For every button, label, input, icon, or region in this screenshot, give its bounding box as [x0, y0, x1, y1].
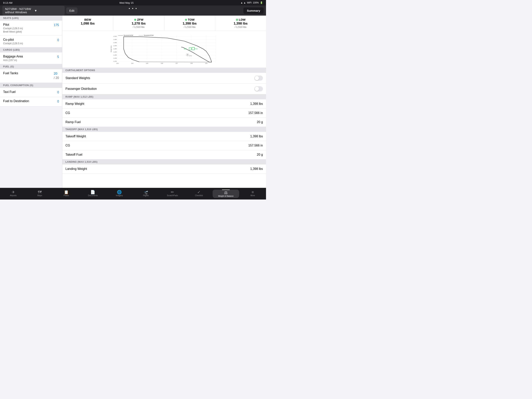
wb-chart-svg: 1,520 1,480 1,440 1,400 1,360 1,320 1,28… — [65, 33, 263, 64]
pilot-row[interactable]: Pilot Cockpit (128.5 in) Brett West (pil… — [0, 21, 62, 36]
active-indicator — [222, 190, 230, 190]
ldw-icon: ⊞ — [236, 18, 238, 21]
fuel-tanks-value: 20 / 20 — [54, 71, 59, 80]
seats-section-header: SEATS (LBS) — [0, 16, 62, 21]
svg-text:155: 155 — [146, 63, 148, 64]
takeoff-fuel-label: Takeoff Fuel — [65, 153, 82, 156]
dropdown-chevron-icon: ▼ — [34, 9, 62, 12]
baggage-label: Baggage Area — [3, 55, 57, 58]
pilot-value: 175 — [54, 23, 59, 27]
status-date: Wed May 15 — [119, 1, 133, 4]
ldw-label: ⊞ LDW — [218, 18, 263, 21]
ramp-cg-row: CG 157.566 in — [62, 109, 266, 118]
maps-label: Maps — [37, 194, 42, 197]
ramp-weight-row: Ramp Weight 1,398 lbs — [62, 99, 266, 109]
main-content: SEATS (LBS) Pilot Cockpit (128.5 in) Bre… — [0, 16, 266, 188]
tab-more[interactable]: ≡ More — [240, 190, 266, 197]
nav-bar: N271BW - N271BW without Windows ▼ Edit •… — [0, 6, 266, 16]
svg-point-40 — [187, 54, 188, 55]
tow-cell: ⊕ TOW 1,398 lbs / 1,510 lbs — [164, 16, 215, 31]
tab-checklist[interactable]: ✓ Checklist — [186, 190, 212, 197]
ramp-weight-label: Ramp Weight — [65, 102, 84, 106]
tab-bar: ✈ Airports 🗺 Maps 📋 Plates 📄 Documents 🌐… — [0, 188, 266, 200]
standard-weights-label: Standard Weights — [65, 76, 90, 80]
passenger-distribution-row[interactable]: Passenger Distribution — [62, 84, 266, 94]
scratchpads-icon: ✏ — [171, 190, 174, 194]
passenger-distribution-label: Passenger Distribution — [65, 87, 97, 90]
fuel-destination-row[interactable]: Fuel to Destination 0 — [0, 97, 62, 106]
ramp-cg-value: 157.566 in — [248, 111, 263, 115]
tab-documents[interactable]: 📄 Documents — [80, 190, 106, 197]
passenger-distribution-toggle[interactable] — [254, 86, 263, 91]
ramp-weight-value: 1,398 lbs — [250, 102, 263, 106]
svg-text:1,360: 1,360 — [113, 48, 117, 50]
landing-weight-row: Landing Weight 1,398 lbs — [62, 164, 266, 174]
tab-airports[interactable]: ✈ Airports — [0, 190, 26, 197]
fuel-tanks-row[interactable]: Fuel Tanks 20 / 20 — [0, 69, 62, 83]
ldw-max: / 1,510 lbs — [218, 26, 263, 28]
svg-text:156: 156 — [161, 63, 163, 64]
bew-label: BEW — [65, 18, 110, 21]
zfw-label: ⊕ ZFW — [116, 18, 161, 21]
flights-label: Flights — [143, 194, 149, 197]
tab-weight-balance[interactable]: ⚖ Weight & Balance — [213, 190, 239, 198]
status-time: 9:13 AM — [3, 1, 13, 4]
svg-text:1,200: 1,200 — [113, 60, 117, 62]
airports-icon: ✈ — [12, 190, 15, 194]
svg-text:159: 159 — [205, 63, 207, 64]
plates-label: Plates — [64, 194, 69, 197]
takeoff-fuel-value: 20 g — [257, 153, 263, 156]
standard-weights-toggle[interactable] — [254, 76, 263, 81]
zfw-max: / 1,510 lbs — [116, 26, 161, 28]
tab-imagery[interactable]: 🌐 Imagery — [106, 190, 133, 197]
fuel-destination-label: Fuel to Destination — [3, 99, 57, 103]
fuel-section-header: FUEL (G) — [0, 64, 62, 69]
zfw-cell: ⊕ ZFW 1,278 lbs / 1,510 lbs — [113, 16, 164, 31]
tab-scratchpads[interactable]: ✏ ScratchPads — [159, 190, 186, 197]
tab-plates[interactable]: 📋 Plates — [53, 190, 79, 197]
takeoff-section-header: TAKEOFF (MAX 1,510 LBS) — [62, 127, 266, 132]
copilot-label: Co-pilot — [3, 38, 57, 41]
svg-text:Weight (lbs): Weight (lbs) — [110, 45, 112, 52]
bew-value: 1,098 lbs — [65, 22, 110, 26]
svg-text:1,320: 1,320 — [113, 51, 117, 53]
standard-weights-row[interactable]: Standard Weights — [62, 73, 266, 84]
svg-text:1,440: 1,440 — [113, 42, 117, 44]
pilot-label: Pilot — [3, 23, 54, 26]
airports-label: Airports — [10, 194, 17, 197]
takeoff-weight-label: Takeoff Weight — [65, 135, 86, 138]
battery-level: 100% — [253, 1, 259, 4]
summary-button[interactable]: Summary — [243, 7, 264, 14]
baggage-arm: Arm (157 in) — [3, 59, 57, 62]
left-panel: SEATS (LBS) Pilot Cockpit (128.5 in) Bre… — [0, 16, 62, 188]
svg-text:Structural MTOW: Structural MTOW — [144, 35, 154, 36]
taxi-fuel-label: Taxi Fuel — [3, 90, 57, 94]
aircraft-selector[interactable]: N271BW - N271BW without Windows ▼ — [2, 6, 65, 15]
signal-icon: ▲ ▲ — [241, 1, 246, 4]
baggage-row[interactable]: Baggage Area Arm (157 in) 5 — [0, 52, 62, 64]
documents-icon: 📄 — [90, 190, 95, 194]
svg-text:Structural MLDW: Structural MLDW — [124, 35, 133, 36]
svg-text:1,520: 1,520 — [113, 35, 117, 37]
svg-text:154: 154 — [131, 63, 133, 64]
weight-header: BEW 1,098 lbs ⊕ ZFW 1,278 lbs / 1,510 lb… — [62, 16, 266, 31]
baggage-value: 5 — [57, 55, 59, 59]
fuel-consumption-header: FUEL CONSUMPTION (G) — [0, 83, 62, 88]
edit-button[interactable]: Edit — [66, 7, 77, 14]
weight-balance-icon: ⚖ — [224, 191, 228, 195]
zfw-icon: ⊕ — [134, 18, 136, 21]
taxi-fuel-value: 0 — [57, 90, 59, 95]
takeoff-weight-value: 1,398 lbs — [250, 135, 263, 138]
checklist-label: Checklist — [195, 194, 203, 197]
copilot-row[interactable]: Co-pilot Cockpit (128.5 in) 0 — [0, 36, 62, 47]
right-panel: BEW 1,098 lbs ⊕ ZFW 1,278 lbs / 1,510 lb… — [62, 16, 266, 188]
curtailment-header: CURTAILMENT OPTIONS — [62, 68, 266, 73]
tow-icon: ⊕ — [185, 18, 187, 21]
fuel-destination-value: 0 — [57, 99, 59, 104]
taxi-fuel-row[interactable]: Taxi Fuel 0 — [0, 88, 62, 97]
takeoff-weight-row: Takeoff Weight 1,398 lbs — [62, 132, 266, 141]
svg-text:1,480: 1,480 — [113, 39, 117, 40]
bew-cell: BEW 1,098 lbs — [62, 16, 113, 31]
tab-maps[interactable]: 🗺 Maps — [26, 190, 53, 197]
tab-flights[interactable]: 🛫 Flights — [133, 190, 159, 197]
